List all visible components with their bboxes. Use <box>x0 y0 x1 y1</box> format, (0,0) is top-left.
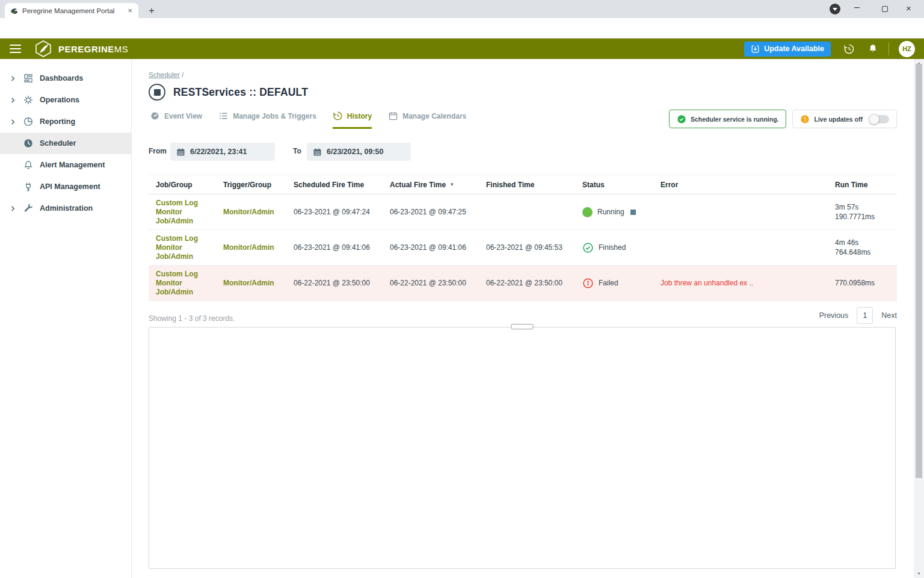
new-tab-button[interactable]: + <box>143 3 160 18</box>
next-page-button[interactable]: Next <box>881 311 897 320</box>
error-message-link[interactable]: Job threw an unhandled ex .. <box>653 279 828 287</box>
column-header[interactable]: Run Time <box>828 181 897 189</box>
scrollbar-thumb[interactable] <box>916 64 922 478</box>
notifications-bell-icon[interactable] <box>867 43 878 54</box>
sidebar-item-api-management[interactable]: API Management <box>0 176 131 197</box>
scheduler-tabs: Event View Manage Jobs & Triggers Histor… <box>150 111 466 129</box>
sidebar-item-dashboards[interactable]: Dashboards <box>0 67 131 89</box>
tab-event-view[interactable]: Event View <box>150 111 202 129</box>
tab-title: Peregrine Management Portal <box>22 7 122 14</box>
to-label: To <box>293 147 301 155</box>
calendar-icon <box>313 148 322 157</box>
warning-icon <box>800 114 810 124</box>
records-summary: Showing 1 - 3 of 3 records. <box>149 314 235 323</box>
page-title: RESTServices :: DEFAULT <box>173 86 308 99</box>
close-window-icon[interactable]: × <box>906 3 911 13</box>
close-tab-icon[interactable]: × <box>126 6 134 15</box>
dashboards-icon <box>22 73 34 84</box>
browser-tab[interactable]: Peregrine Management Portal × <box>5 3 138 18</box>
sidebar-item-operations[interactable]: Operations <box>0 89 131 111</box>
header-divider <box>889 42 889 55</box>
trigger-group-link[interactable]: Monitor/Admin <box>216 243 286 252</box>
scheduler-service-status-badge: Scheduler service is running. <box>669 110 786 128</box>
actual-fire-time: 06-23-2021 @ 09:47:25 <box>383 208 479 216</box>
tab-manage-jobs-triggers[interactable]: Manage Jobs & Triggers <box>218 111 316 129</box>
browser-update-indicator-icon[interactable] <box>830 4 840 14</box>
breadcrumb: Scheduler / <box>149 71 183 78</box>
gauge-icon <box>150 111 160 121</box>
status-cell: Finished <box>575 242 653 253</box>
sort-desc-icon[interactable]: ▼ <box>449 182 454 187</box>
gear-icon <box>22 95 34 105</box>
panel-resize-handle[interactable] <box>511 324 534 329</box>
live-updates-toggle[interactable] <box>870 115 889 123</box>
sidebar-item-label: Dashboards <box>40 74 83 82</box>
update-available-button[interactable]: Update Available <box>744 42 831 57</box>
calendar-icon <box>176 148 185 157</box>
trigger-group-link[interactable]: Monitor/Admin <box>216 279 286 288</box>
from-label: From <box>149 147 167 155</box>
sidebar-item-administration[interactable]: Administration <box>0 197 131 219</box>
breadcrumb-separator: / <box>182 71 183 78</box>
bell-icon <box>22 160 34 170</box>
sidebar-item-alert-management[interactable]: Alert Management <box>0 154 131 176</box>
favicon <box>10 7 18 15</box>
column-header[interactable]: Error <box>653 181 828 189</box>
page-number-button[interactable]: 1 <box>857 307 873 324</box>
column-header[interactable]: Trigger/Group <box>216 181 286 189</box>
pagination: Previous 1 Next <box>819 307 897 324</box>
browser-toolbar: localhost:8080/peregrinems/scheduler/sch… <box>0 18 924 39</box>
job-group-link[interactable]: Custom Log Monitor Job/Admin <box>149 270 216 297</box>
sidebar: Dashboards Operations Reporting Schedule… <box>0 59 132 578</box>
list-icon <box>218 111 229 121</box>
tab-history[interactable]: History <box>333 111 372 129</box>
trigger-group-link[interactable]: Monitor/Admin <box>216 208 286 217</box>
menu-icon[interactable] <box>10 45 21 53</box>
sidebar-item-reporting[interactable]: Reporting <box>0 111 131 132</box>
calendar-icon <box>388 111 398 121</box>
scheduled-fire-time: 06-23-2021 @ 09:41:06 <box>286 243 383 252</box>
column-header[interactable]: Status <box>575 181 653 189</box>
job-group-link[interactable]: Custom Log Monitor Job/Admin <box>149 199 216 226</box>
stop-job-button[interactable] <box>630 210 636 215</box>
minimize-window-icon[interactable]: – <box>854 2 860 13</box>
clock-icon <box>22 138 34 149</box>
tab-manage-calendars[interactable]: Manage Calendars <box>388 111 466 129</box>
column-header[interactable]: Scheduled Fire Time <box>286 181 383 189</box>
scroll-down-icon[interactable]: ▼ <box>914 570 924 577</box>
chevron-right-icon <box>9 75 17 82</box>
breadcrumb-scheduler-link[interactable]: Scheduler <box>149 71 180 78</box>
download-icon <box>751 45 760 54</box>
job-group-link[interactable]: Custom Log Monitor Job/Admin <box>149 234 216 261</box>
sidebar-item-label: Scheduler <box>40 139 76 148</box>
status-label: Running <box>597 208 624 216</box>
user-avatar[interactable]: HZ <box>899 41 915 57</box>
restore-window-icon[interactable] <box>882 6 888 12</box>
page-scrollbar: ▲ ▼ <box>914 59 924 578</box>
to-date-field[interactable]: 6/23/2021, 09:50 <box>307 143 411 161</box>
from-date-field[interactable]: 6/22/2021, 23:41 <box>170 143 275 161</box>
detail-panel <box>149 327 896 569</box>
history-table: Job/Group Trigger/Group Scheduled Fire T… <box>149 175 897 301</box>
table-header-row: Job/Group Trigger/Group Scheduled Fire T… <box>149 175 897 194</box>
pie-chart-icon <box>22 116 34 127</box>
sidebar-item-scheduler[interactable]: Scheduler <box>0 132 131 154</box>
app-header: PEREGRINEMS Update Available HZ <box>0 39 924 59</box>
sidebar-item-label: Administration <box>40 204 93 213</box>
check-circle-icon <box>677 114 686 124</box>
sidebar-item-label: Alert Management <box>40 161 105 169</box>
running-status-icon <box>582 207 593 217</box>
column-header[interactable]: Finished Time <box>479 181 575 189</box>
previous-page-button[interactable]: Previous <box>819 311 849 320</box>
column-header[interactable]: Job/Group <box>149 181 216 189</box>
status-label: Failed <box>599 279 618 287</box>
chevron-right-icon <box>9 97 17 104</box>
column-header-sorted[interactable]: Actual Fire Time ▼ <box>383 181 479 189</box>
table-row-failed: Custom Log Monitor Job/Admin Monitor/Adm… <box>149 266 897 301</box>
history-restore-icon[interactable] <box>843 43 855 55</box>
finished-status-icon <box>582 242 594 253</box>
main-content: Scheduler / RESTServices :: DEFAULT Even… <box>132 59 914 578</box>
history-icon <box>333 111 343 121</box>
stop-scheduler-icon[interactable] <box>149 84 165 101</box>
run-time-cell: 3m 57s 190.7771ms <box>828 202 897 222</box>
